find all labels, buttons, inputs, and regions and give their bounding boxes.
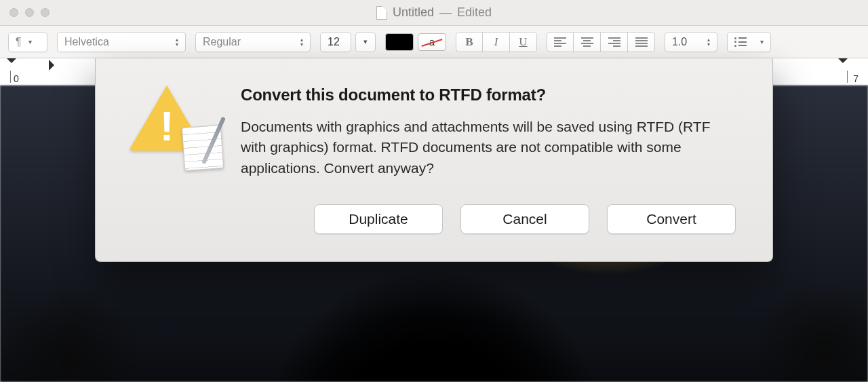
line-spacing-select[interactable]: 1.0 ▴▾: [665, 32, 717, 52]
font-size-group: ▾: [320, 32, 376, 52]
align-right-button[interactable]: [601, 32, 628, 52]
font-size-field[interactable]: [320, 32, 351, 52]
align-justify-button[interactable]: [628, 32, 655, 52]
updown-icon: ▴▾: [176, 37, 178, 47]
left-indent-marker[interactable]: [49, 60, 60, 71]
list-icon: [734, 37, 747, 47]
align-right-icon: [608, 37, 620, 47]
first-line-indent-marker[interactable]: [7, 58, 16, 68]
align-left-button[interactable]: [547, 32, 574, 52]
right-indent-marker[interactable]: [838, 58, 848, 68]
ruler-number: 7: [853, 73, 859, 84]
font-style-label: Regular: [203, 36, 241, 48]
font-size-input[interactable]: [326, 35, 345, 49]
list-style-select[interactable]: ▾: [727, 32, 771, 52]
line-spacing-label: 1.0: [672, 36, 687, 48]
dialog-button-row: Duplicate Cancel Convert: [241, 204, 736, 234]
formatting-toolbar: ¶ ▾ Helvetica ▴▾ Regular ▴▾ ▾ a B I U: [0, 26, 868, 58]
updown-icon: ▴▾: [300, 37, 303, 47]
cancel-button[interactable]: Cancel: [460, 204, 589, 234]
font-family-label: Helvetica: [64, 36, 109, 48]
chevron-down-icon: ▾: [760, 38, 764, 45]
pilcrow-icon: ¶: [16, 36, 22, 48]
chevron-down-icon: ▾: [363, 37, 368, 46]
align-left-icon: [554, 37, 566, 47]
highlight-glyph: a: [429, 36, 435, 47]
font-style-select[interactable]: Regular ▴▾: [195, 32, 311, 52]
paragraph-style-select[interactable]: ¶ ▾: [8, 32, 47, 52]
bold-button[interactable]: B: [456, 32, 483, 52]
font-size-stepper[interactable]: ▾: [355, 32, 376, 52]
chevron-down-icon: ▾: [28, 38, 32, 45]
italic-button[interactable]: I: [483, 32, 510, 52]
updown-icon: ▴▾: [707, 37, 710, 47]
window-titlebar: Untitled — Edited: [0, 0, 868, 26]
convert-rtfd-dialog: ! Convert this document to RTFD format? …: [95, 58, 773, 262]
highlight-color-well[interactable]: a: [418, 33, 446, 51]
align-justify-icon: [635, 37, 648, 47]
document-icon: [376, 6, 387, 20]
warning-icon: !: [129, 85, 210, 160]
window-title: Untitled — Edited: [0, 5, 868, 20]
align-center-icon: [581, 37, 593, 47]
title-separator: —: [439, 5, 452, 20]
ruler-number: 0: [14, 73, 19, 84]
document-name[interactable]: Untitled: [393, 5, 434, 20]
font-style-segment: B I U: [456, 32, 537, 52]
color-wells: a: [385, 33, 446, 51]
document-state: Edited: [457, 5, 492, 20]
font-family-select[interactable]: Helvetica ▴▾: [57, 32, 186, 52]
dialog-title: Convert this document to RTFD format?: [241, 85, 736, 104]
dialog-body: Documents with graphics and attachments …: [241, 117, 736, 178]
duplicate-button[interactable]: Duplicate: [314, 204, 443, 234]
text-align-segment: [547, 32, 655, 52]
underline-button[interactable]: U: [510, 32, 537, 52]
align-center-button[interactable]: [574, 32, 601, 52]
convert-button[interactable]: Convert: [607, 204, 736, 234]
text-color-well[interactable]: [385, 33, 414, 51]
